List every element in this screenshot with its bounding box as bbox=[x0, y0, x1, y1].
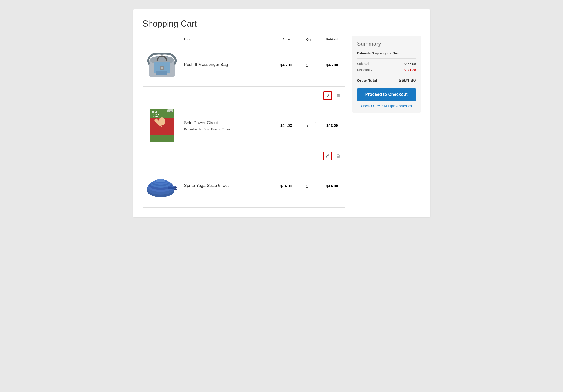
estimate-shipping-row[interactable]: Estimate Shipping and Tax ⌄ bbox=[357, 51, 416, 59]
delete-button[interactable] bbox=[334, 91, 342, 100]
subtotal-row: Subtotal $856.00 bbox=[357, 62, 416, 66]
yoga-strap-icon bbox=[147, 174, 177, 198]
item-subtotal: $45.00 bbox=[326, 63, 338, 67]
subtotal-label: Subtotal bbox=[357, 62, 369, 66]
item-actions-row bbox=[142, 147, 345, 165]
downloads-value: Solo Power Circuit bbox=[204, 127, 231, 131]
summary-title: Summary bbox=[357, 40, 416, 47]
item-name: Push It Messenger Bag bbox=[184, 62, 272, 67]
discount-chevron-icon[interactable]: ⌄ bbox=[371, 69, 373, 72]
svg-text:LUNA: LUNA bbox=[168, 110, 172, 112]
svg-point-31 bbox=[156, 179, 166, 183]
table-header-row: Item Price Qty Subtotal bbox=[142, 36, 345, 44]
multi-address-link[interactable]: Check Out with Multiple Addresses bbox=[357, 104, 416, 108]
item-qty-cell bbox=[298, 44, 319, 87]
item-image-wrap bbox=[145, 170, 179, 203]
item-image-wrap bbox=[145, 49, 179, 82]
item-actions-cell bbox=[142, 147, 345, 165]
item-subtotal-cell: $45.00 bbox=[319, 44, 345, 87]
item-image-cell bbox=[142, 44, 181, 87]
svg-rect-13 bbox=[150, 135, 174, 142]
table-row: Push It Messenger Bag $45.00 $45.00 bbox=[142, 44, 345, 87]
discount-label: Discount ⌄ bbox=[357, 68, 373, 72]
cart-main: Item Price Qty Subtotal bbox=[142, 36, 345, 208]
col-header-subtotal: Subtotal bbox=[319, 36, 345, 44]
quantity-stepper[interactable] bbox=[302, 122, 316, 130]
cart-container: Shopping Cart Item Price Qty Subtotal bbox=[133, 9, 430, 217]
edit-button[interactable] bbox=[323, 152, 332, 160]
item-image-cell bbox=[142, 165, 181, 208]
page-title: Shopping Cart bbox=[142, 19, 421, 29]
subtotal-value: $856.00 bbox=[404, 62, 416, 66]
item-price: $14.00 bbox=[281, 184, 292, 188]
estimate-shipping-label: Estimate Shipping and Tax bbox=[357, 51, 399, 55]
item-name-cell: Solo Power Circuit Downloads: Solo Power… bbox=[181, 105, 275, 147]
item-qty-cell bbox=[298, 165, 319, 208]
item-price: $45.00 bbox=[281, 63, 292, 67]
col-header-qty: Qty bbox=[298, 36, 319, 44]
svg-text:SOLO: SOLO bbox=[152, 111, 157, 113]
item-price: $14.00 bbox=[281, 124, 292, 128]
col-header-item-space bbox=[142, 36, 181, 44]
pencil-icon bbox=[326, 94, 330, 98]
item-actions-row bbox=[142, 87, 345, 105]
summary-box: Summary Estimate Shipping and Tax ⌄ Subt… bbox=[352, 36, 421, 112]
chevron-down-icon: ⌄ bbox=[413, 51, 416, 55]
item-actions-cell bbox=[142, 87, 345, 105]
checkout-button[interactable]: Proceed to Checkout bbox=[357, 88, 416, 101]
item-subtotal: $42.00 bbox=[326, 124, 338, 128]
trash-icon bbox=[336, 154, 340, 158]
item-image-cell: SOLO POWER CIRCUIT LUNA bbox=[142, 105, 181, 147]
svg-rect-34 bbox=[174, 187, 177, 188]
col-header-item: Item bbox=[181, 36, 275, 44]
item-price-cell: $45.00 bbox=[275, 44, 298, 87]
quantity-stepper[interactable] bbox=[302, 183, 316, 190]
item-image-wrap: SOLO POWER CIRCUIT LUNA bbox=[145, 109, 179, 142]
svg-rect-4 bbox=[161, 67, 163, 69]
item-subtotal-cell: $14.00 bbox=[319, 165, 345, 208]
order-total-row: Order Total $684.80 bbox=[357, 74, 416, 83]
item-subtotal: $14.00 bbox=[326, 184, 338, 188]
cart-layout: Item Price Qty Subtotal bbox=[142, 36, 421, 208]
discount-value: -$171.20 bbox=[403, 68, 416, 72]
svg-text:POWER: POWER bbox=[152, 113, 159, 115]
svg-rect-5 bbox=[156, 71, 167, 75]
svg-rect-33 bbox=[174, 186, 176, 190]
downloads-label: Downloads: bbox=[184, 127, 203, 131]
item-name: Solo Power Circuit bbox=[184, 121, 272, 125]
item-price-cell: $14.00 bbox=[275, 105, 298, 147]
svg-rect-6 bbox=[337, 95, 339, 97]
svg-text:CIRCUIT: CIRCUIT bbox=[152, 116, 160, 118]
item-name: Sprite Yoga Strap 6 foot bbox=[184, 183, 272, 188]
svg-rect-20 bbox=[337, 155, 339, 158]
item-name-cell: Sprite Yoga Strap 6 foot bbox=[181, 165, 275, 208]
edit-button[interactable] bbox=[323, 91, 332, 100]
table-row: Sprite Yoga Strap 6 foot $14.00 $14.00 bbox=[142, 165, 345, 208]
trash-icon bbox=[336, 94, 340, 98]
item-name-cell: Push It Messenger Bag bbox=[181, 44, 275, 87]
item-price-cell: $14.00 bbox=[275, 165, 298, 208]
order-total-label: Order Total bbox=[357, 79, 377, 83]
order-total-value: $684.80 bbox=[399, 78, 416, 83]
quantity-stepper[interactable] bbox=[302, 62, 316, 69]
item-qty-cell bbox=[298, 105, 319, 147]
cart-sidebar: Summary Estimate Shipping and Tax ⌄ Subt… bbox=[352, 36, 421, 112]
item-subtotal-cell: $42.00 bbox=[319, 105, 345, 147]
delete-button[interactable] bbox=[334, 152, 342, 160]
messenger-bag-icon bbox=[147, 52, 177, 79]
svg-rect-35 bbox=[174, 189, 177, 190]
discount-row: Discount ⌄ -$171.20 bbox=[357, 68, 416, 72]
table-row: SOLO POWER CIRCUIT LUNA Solo Power C bbox=[142, 105, 345, 147]
col-header-price: Price bbox=[275, 36, 298, 44]
pencil-icon bbox=[326, 154, 330, 158]
circuit-book-icon: SOLO POWER CIRCUIT LUNA bbox=[149, 109, 175, 142]
svg-rect-14 bbox=[150, 142, 174, 142]
cart-table: Item Price Qty Subtotal bbox=[142, 36, 345, 208]
item-downloads: Downloads: Solo Power Circuit bbox=[184, 127, 272, 131]
